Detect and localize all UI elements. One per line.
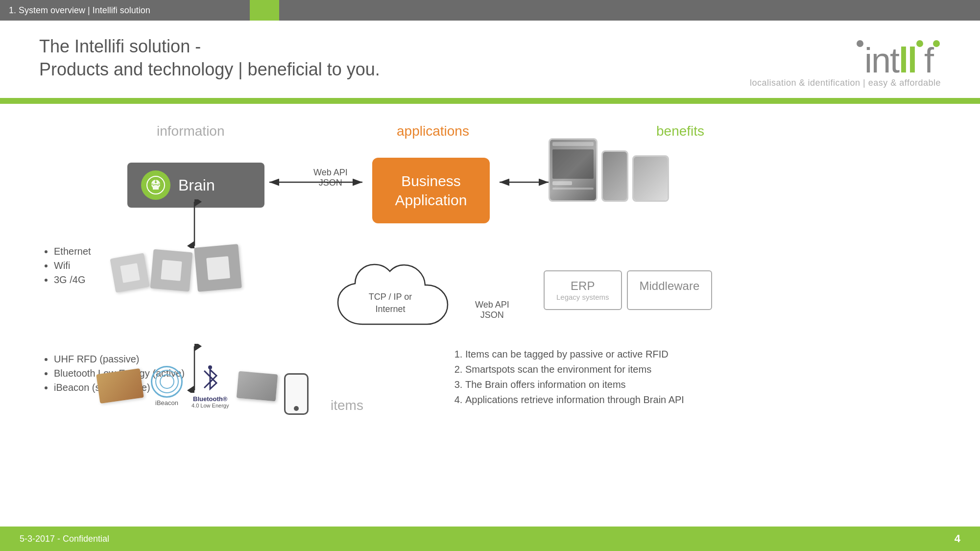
smartspot-2 (150, 249, 193, 292)
column-header-benefits: benefits (656, 123, 704, 139)
top-bar-label: 1. System overview | Intellifi solution (9, 5, 150, 16)
phone-mockup (601, 150, 628, 202)
bluetooth-svg (199, 363, 221, 395)
arrow-biz-to-devices (495, 175, 553, 192)
connectivity-item-3g: 3G /4G (54, 274, 91, 286)
header-title-line1: The Intellifi solution - (39, 35, 380, 58)
phone-item-icon (284, 373, 309, 415)
device-mockups (549, 138, 669, 202)
connectivity-item-ethernet: Ethernet (54, 246, 91, 257)
web-api-label-right: Web API JSON (475, 300, 509, 320)
column-header-applications: applications (397, 123, 469, 139)
col-apps-label: applications (397, 123, 469, 139)
svg-point-19 (208, 365, 212, 369)
erp-box: ERP Legacy systems (544, 270, 622, 310)
logo-text: intllf (750, 40, 941, 78)
erp-sub: Legacy systems (556, 293, 609, 301)
ibeacon-icon: iBeacon (151, 366, 183, 407)
logo-dot-i (857, 40, 863, 47)
erp-middleware-area: ERP Legacy systems Middleware (544, 261, 712, 310)
main-content: information applications benefits (0, 104, 980, 526)
logo-dot-i3 (933, 40, 940, 47)
bluetooth-sublabel: 4.0 Low Energy (191, 403, 229, 408)
items-label: items (331, 398, 363, 413)
connectivity-item-wifi: Wifi (54, 260, 91, 271)
svg-point-2 (155, 181, 157, 183)
phone-item-shape (284, 373, 309, 415)
green-divider-bar (0, 98, 980, 104)
numbered-item-3: The Brain offers information on items (465, 379, 684, 390)
web-api2-line1: Web API (475, 300, 509, 310)
logo-dot-i2 (916, 40, 923, 47)
smartspot-1 (110, 253, 149, 292)
header: The Intellifi solution - Products and te… (0, 21, 980, 98)
bottom-item-icons: iBeacon Bluetooth® 4.0 Low Energy (98, 363, 277, 408)
erp-label: ERP (556, 279, 609, 293)
erp-middleware-boxes: ERP Legacy systems Middleware (544, 270, 712, 310)
arrow-vert-1 (187, 199, 202, 250)
logo-ll: ll (899, 41, 916, 80)
brain-icon (141, 170, 170, 200)
smartspot-tiles (113, 246, 240, 290)
column-header-information: information (157, 123, 225, 139)
tablet-mockup (549, 138, 598, 202)
middleware-box: Middleware (627, 270, 713, 310)
header-title: The Intellifi solution - Products and te… (39, 35, 380, 81)
col-benefits-label: benefits (656, 123, 704, 139)
top-bar: 1. System overview | Intellifi solution (0, 0, 980, 21)
bluetooth-icon-box: Bluetooth® 4.0 Low Energy (191, 363, 229, 408)
items-label-text: items (321, 398, 363, 413)
tablet-small-mockup (632, 155, 669, 202)
footer: 5-3-2017 - Confidential 4 (0, 527, 980, 551)
phone-item-dot (294, 406, 299, 411)
logo-subtitle: localisation & identification | easy & a… (750, 78, 941, 88)
svg-text:Internet: Internet (375, 304, 405, 314)
connectivity-list: Ethernet Wifi 3G /4G (44, 241, 91, 288)
svg-text:TCP / IP or: TCP / IP or (369, 292, 412, 302)
header-title-line2: Products and technology | beneficial to … (39, 58, 380, 81)
rfid-sticker (98, 371, 142, 401)
smartspot-3 (194, 244, 242, 292)
biz-app-box: Business Application (372, 158, 490, 223)
numbered-item-4: Applications retrieve information throug… (465, 394, 684, 406)
diagram: information applications benefits (29, 123, 951, 427)
middleware-label: Middleware (640, 279, 700, 293)
logo-area: intllf localisation & identification | e… (750, 35, 941, 88)
biz-app-line2: Application (395, 192, 467, 208)
cloud-shape: TCP / IP or Internet (333, 261, 470, 341)
col-info-label: information (157, 123, 225, 139)
footer-date: 5-3-2017 - Confidential (20, 534, 109, 544)
web-api2-line2: JSON (475, 310, 509, 320)
business-application-box: Business Application (372, 158, 490, 223)
arrow-brain-to-biz (262, 175, 370, 192)
brain-label: Brain (178, 176, 215, 194)
numbered-list: Items can be tagged by passive or active… (465, 349, 684, 409)
top-bar-accent (250, 0, 279, 21)
ibeacon-label: iBeacon (155, 399, 178, 407)
bluetooth-label: Bluetooth® (193, 395, 227, 403)
biz-app-line1: Business (401, 173, 461, 189)
footer-page: 4 (955, 532, 960, 545)
numbered-item-1: Items can be tagged by passive or active… (465, 349, 684, 360)
numbered-item-2: Smartspots scan the environment for item… (465, 364, 684, 375)
rfid-tag (237, 371, 278, 401)
